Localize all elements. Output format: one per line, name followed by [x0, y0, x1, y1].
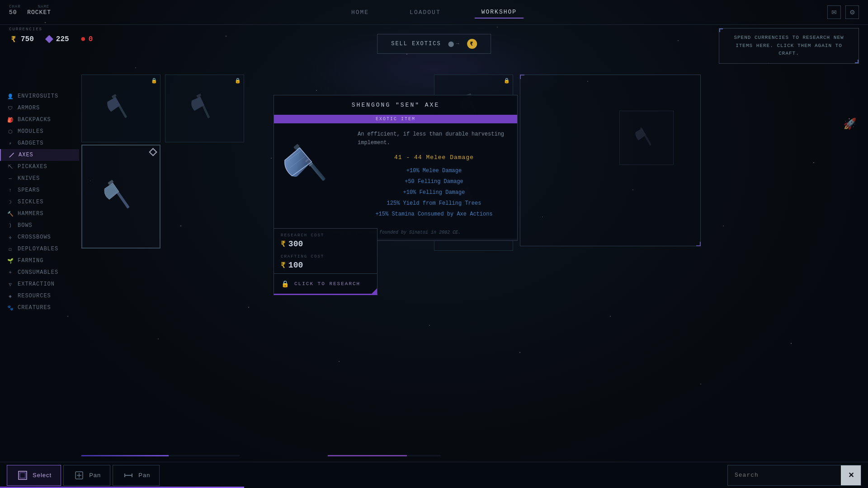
- crafting-cost-value: 100: [288, 261, 303, 270]
- right-info-panel: [520, 75, 701, 246]
- item-weapon-svg: [283, 131, 346, 202]
- detail-stats-area: An efficient, if less than durable harve…: [358, 130, 510, 220]
- sidebar-item-sickles[interactable]: ☽ SICKLES: [0, 196, 79, 208]
- gadgets-label: GADGETS: [18, 140, 43, 146]
- help-text: SPEND CURRENCIES TO RESEARCH NEW ITEMS H…: [734, 35, 844, 56]
- gem-icon: [45, 35, 53, 43]
- pan-label-1: Pan: [89, 472, 101, 479]
- sell-exotics-label: SELL EXOTICS: [391, 41, 441, 47]
- sidebar-item-armors[interactable]: 🛡 ARMORS: [0, 102, 79, 114]
- currency-gem: 225: [45, 35, 69, 43]
- bonus-5: +15% Stamina Consumed by Axe Actions: [358, 209, 510, 220]
- bonus-3: +10% Felling Damage: [358, 187, 510, 198]
- character-info: CHAR NAME 50 ROCKET: [9, 4, 58, 16]
- sidebar-item-hammers[interactable]: 🔨 HAMMERS: [0, 208, 79, 220]
- research-cost-amount: ₹ 300: [281, 239, 370, 249]
- pickaxes-label: PICKAXES: [18, 164, 47, 170]
- item-detail-panel: SHENGONG "SEN" AXE EXOTIC ITEM: [274, 95, 518, 241]
- bonuses-list: +10% Melee Damage +50 Felling Damage +10…: [358, 165, 510, 220]
- crafting-cost-row: CRAFTING COST ₹ 100: [281, 254, 370, 270]
- nav-workshop[interactable]: WORKSHOP: [475, 6, 524, 19]
- bottom-progress-fill-1: [81, 455, 169, 456]
- sidebar-item-spears[interactable]: ↑ SPEARS: [0, 184, 79, 196]
- bows-icon: ): [7, 222, 14, 229]
- currency-red: ● 0: [80, 34, 93, 44]
- item-slot-selected[interactable]: [81, 145, 160, 249]
- item-slot-1[interactable]: 🔒: [81, 75, 160, 142]
- currencies-section: CURRENCIES ₹ 750 225 ● 0: [9, 27, 93, 44]
- sidebar-item-deployables[interactable]: ◻ DEPLOYABLES: [0, 243, 79, 255]
- action-corner-indicator: [372, 288, 377, 294]
- sidebar-item-envirosuits[interactable]: 👤 ENVIROSUITS: [0, 90, 79, 102]
- axe-icon-2: [189, 90, 221, 127]
- deployables-icon: ◻: [7, 245, 14, 253]
- item-image-area: [281, 130, 349, 202]
- envirosuits-icon: 👤: [7, 93, 14, 100]
- sell-coin-icon: ₹: [467, 39, 477, 49]
- research-action-label: CLICK TO RESEARCH: [294, 281, 360, 286]
- sidebar-item-modules[interactable]: ⬡ MODULES: [0, 126, 79, 137]
- sell-exotics-button[interactable]: SELL EXOTICS ⬤ → ₹: [377, 34, 491, 54]
- sidebar-item-creatures[interactable]: 🐾 CREATURES: [0, 302, 79, 314]
- sidebar-item-resources[interactable]: ◈ RESOURCES: [0, 290, 79, 302]
- search-close-button[interactable]: ✕: [841, 465, 861, 485]
- currencies-label: CURRENCIES: [9, 27, 93, 32]
- farming-label: FARMING: [18, 258, 43, 264]
- pan-button-1[interactable]: Pan: [63, 465, 110, 486]
- select-label: Select: [33, 472, 52, 479]
- sidebar-item-backpacks[interactable]: 🎒 BACKPACKS: [0, 114, 79, 126]
- help-tooltip: SPEND CURRENCIES TO RESEARCH NEW ITEMS H…: [719, 28, 859, 64]
- item-slot-2[interactable]: 🔒: [165, 75, 244, 142]
- modules-label: MODULES: [18, 128, 43, 135]
- knives-icon: —: [7, 175, 14, 182]
- select-button[interactable]: Select: [7, 465, 61, 486]
- sidebar-item-consumables[interactable]: + CONSUMABLES: [0, 267, 79, 278]
- mail-icon-btn[interactable]: ✉: [827, 5, 841, 19]
- sidebar-item-extraction[interactable]: ▽ EXTRACTION: [0, 278, 79, 290]
- gem-value: 225: [56, 35, 69, 43]
- cost-panel: RESEARCH COST ₹ 300 CRAFTING COST ₹ 100: [274, 228, 377, 275]
- sell-arrows-icon: ⬤ →: [448, 41, 460, 47]
- sickles-icon: ☽: [7, 198, 14, 206]
- extraction-icon: ▽: [7, 281, 14, 288]
- settings-icon-btn[interactable]: ⚙: [845, 5, 859, 19]
- research-cost-row: RESEARCH COST ₹ 300: [281, 233, 370, 249]
- name-label: NAME: [38, 5, 50, 9]
- sidebar-item-crossbows[interactable]: ✛ CROSSBOWS: [0, 231, 79, 243]
- crafting-cost-label: CRAFTING COST: [281, 254, 370, 259]
- research-action-button[interactable]: 🔒 CLICK TO RESEARCH: [274, 273, 377, 295]
- sidebar-item-bows[interactable]: ) BOWS: [0, 220, 79, 231]
- armors-label: ARMORS: [18, 105, 40, 111]
- crossbows-icon: ✛: [7, 234, 14, 241]
- sidebar-item-pickaxes[interactable]: ⛏ PICKAXES: [0, 161, 79, 173]
- sidebar-item-knives[interactable]: — KNIVES: [0, 173, 79, 184]
- gadgets-icon: ⚡: [7, 140, 14, 147]
- bonus-4: 125% Yield from Felling Trees: [358, 198, 510, 209]
- research-cost-value: 300: [288, 239, 303, 249]
- lock-icon-1: 🔒: [151, 78, 157, 84]
- sidebar-item-farming[interactable]: 🌱 FARMING: [0, 255, 79, 267]
- right-corner-tl: [520, 75, 524, 79]
- nav-loadout[interactable]: LOADOUT: [403, 7, 448, 18]
- top-navigation: CHAR NAME 50 ROCKET HOME LOADOUT WORKSHO…: [0, 0, 868, 25]
- modules-icon: ⬡: [7, 128, 14, 135]
- crafting-r-icon: ₹: [281, 260, 286, 270]
- bottom-progress-bar-1: [81, 455, 240, 456]
- sidebar-item-axes[interactable]: AXES: [0, 149, 79, 161]
- pan-button-2[interactable]: Pan: [113, 465, 160, 486]
- search-input[interactable]: [728, 467, 841, 483]
- currencies-row: ₹ 750 225 ● 0: [9, 34, 93, 44]
- resource-value: 750: [21, 35, 34, 43]
- top-icons: ✉ ⚙: [827, 5, 859, 19]
- pickaxes-icon: ⛏: [7, 163, 14, 170]
- corner-tl-decorator: [719, 28, 723, 32]
- currency-resource: ₹ 750: [9, 35, 34, 44]
- farming-icon: 🌱: [7, 257, 14, 264]
- research-r-icon: ₹: [281, 239, 286, 249]
- item-name: SHENGONG "SEN" AXE: [352, 102, 439, 108]
- crossbows-label: CROSSBOWS: [18, 234, 51, 240]
- nav-home[interactable]: HOME: [344, 7, 376, 18]
- sidebar-item-gadgets[interactable]: ⚡ GADGETS: [0, 137, 79, 149]
- svg-rect-19: [20, 473, 25, 478]
- char-label: CHAR: [9, 5, 21, 9]
